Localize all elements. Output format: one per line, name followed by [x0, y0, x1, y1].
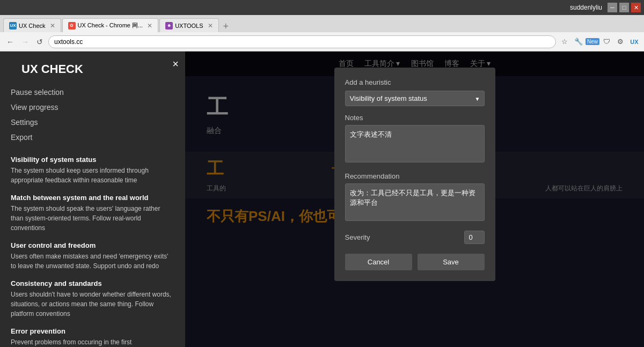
- heuristic-desc-match: The system should speak the users' langu…: [11, 204, 174, 233]
- heuristic-title-visibility: Visibility of system status: [11, 156, 174, 164]
- new-tab-button[interactable]: +: [220, 21, 232, 32]
- heuristic-desc-visibility: The system should keep users informed th…: [11, 166, 174, 185]
- notes-label: Notes: [345, 114, 485, 122]
- maximize-button[interactable]: □: [619, 3, 629, 12]
- severity-label: Severity: [345, 233, 370, 241]
- page-content: × UX CHECK Pause selection View progress…: [0, 51, 644, 347]
- severity-select[interactable]: 0 1 2 3 4: [464, 231, 485, 244]
- extension-icon[interactable]: 🔧: [573, 36, 584, 47]
- sidebar: × UX CHECK Pause selection View progress…: [0, 51, 185, 347]
- tab-uxtools[interactable]: ☻ UXTOOLS ✕: [159, 18, 218, 32]
- settings-icon[interactable]: ⚙: [615, 36, 626, 47]
- toolbar-icons: ☆ 🔧 New 🛡 ⚙ UX: [559, 36, 640, 47]
- back-button[interactable]: ←: [4, 36, 16, 47]
- heuristic-match: Match between system and the real world …: [11, 194, 174, 233]
- recommendation-label: Recommendation: [345, 172, 485, 180]
- close-window-button[interactable]: ✕: [631, 3, 641, 12]
- chrome-icon: ✿: [68, 22, 76, 29]
- recommendation-textarea[interactable]: 改为：工具已经不只是工具，更是一种资源和平台: [345, 183, 485, 221]
- ux-check-icon[interactable]: UX: [629, 36, 640, 47]
- heuristic-title-error: Error prevention: [11, 327, 174, 335]
- sidebar-heuristics: Visibility of system status The system s…: [0, 149, 185, 347]
- tab-ux-check-chrome[interactable]: ✿ UX Check - Chrome 网... ✕: [62, 18, 159, 32]
- heuristic-select-wrapper: Visibility of system status Match betwee…: [345, 91, 485, 106]
- modal-title: Add a heuristic: [345, 78, 485, 86]
- tab-ux-check[interactable]: UX UX Check ✕: [3, 18, 61, 32]
- sidebar-item-view-progress[interactable]: View progress: [11, 100, 185, 115]
- refresh-button[interactable]: ↺: [34, 36, 45, 47]
- username: suddenlyliu: [570, 4, 602, 11]
- forward-button[interactable]: →: [19, 36, 31, 47]
- tab-label: UX Check: [19, 23, 46, 29]
- heuristic-title-match: Match between system and the real world: [11, 194, 174, 202]
- window-controls: ─ □ ✕: [608, 3, 641, 12]
- sidebar-logo: UX CHECK: [11, 58, 185, 85]
- heuristic-desc-user-control: Users often make mistakes and need 'emer…: [11, 252, 174, 271]
- heuristic-title-consistency: Consistency and standards: [11, 279, 174, 287]
- sidebar-nav: UX CHECK Pause selection View progress S…: [0, 51, 185, 149]
- notes-textarea[interactable]: 文字表述不清: [345, 125, 485, 163]
- uxtools-icon: ☻: [165, 22, 173, 29]
- save-button[interactable]: Save: [418, 254, 485, 270]
- sidebar-item-export[interactable]: Export: [11, 130, 185, 145]
- tab-close-2[interactable]: ✕: [147, 22, 152, 29]
- main-website-area: 首页 工具简介 ▾ 图书馆 博客 关于 ▾ 工业水平 融合 工 一种资源 工具的…: [185, 51, 644, 347]
- modal-overlay: Add a heuristic Visibility of system sta…: [185, 51, 644, 347]
- heuristic-error-prevention: Error prevention Prevent problems from o…: [11, 327, 174, 347]
- tab-bar: UX UX Check ✕ ✿ UX Check - Chrome 网... ✕…: [0, 15, 644, 32]
- minimize-button[interactable]: ─: [608, 3, 617, 12]
- heuristic-select[interactable]: Visibility of system status Match betwee…: [345, 91, 485, 106]
- tab-close-1[interactable]: ✕: [50, 22, 55, 29]
- tab-label-uxtools: UXTOOLS: [175, 23, 203, 29]
- ux-icon: UX: [9, 22, 17, 29]
- severity-select-wrapper: 0 1 2 3 4: [464, 231, 485, 244]
- severity-row: Severity 0 1 2 3 4: [345, 231, 485, 244]
- sidebar-item-settings[interactable]: Settings: [11, 115, 185, 130]
- sidebar-item-pause[interactable]: Pause selection: [11, 85, 185, 100]
- heuristic-desc-error: Prevent problems from occuring in the fi…: [11, 337, 174, 347]
- heuristic-user-control: User control and freedom Users often mak…: [11, 241, 174, 271]
- extension-icon-2[interactable]: New: [587, 36, 598, 47]
- cancel-button[interactable]: Cancel: [345, 254, 412, 270]
- title-bar: suddenlyliu ─ □ ✕: [0, 0, 644, 15]
- sidebar-close-button[interactable]: ×: [172, 58, 179, 70]
- modal-dialog: Add a heuristic Visibility of system sta…: [334, 68, 495, 281]
- url-input[interactable]: [48, 35, 556, 48]
- address-bar: ← → ↺ ☆ 🔧 New 🛡 ⚙ UX: [0, 32, 644, 51]
- heuristic-title-user-control: User control and freedom: [11, 241, 174, 249]
- tab-label-chrome: UX Check - Chrome 网...: [78, 21, 143, 29]
- heuristic-visibility: Visibility of system status The system s…: [11, 156, 174, 185]
- tab-close-3[interactable]: ✕: [208, 22, 213, 29]
- shield-icon[interactable]: 🛡: [601, 36, 612, 47]
- heuristic-consistency: Consistency and standards Users shouldn'…: [11, 279, 174, 319]
- heuristic-desc-consistency: Users shouldn't have to wonder whether d…: [11, 290, 174, 319]
- modal-buttons: Cancel Save: [345, 254, 485, 270]
- bookmark-icon[interactable]: ☆: [559, 36, 570, 47]
